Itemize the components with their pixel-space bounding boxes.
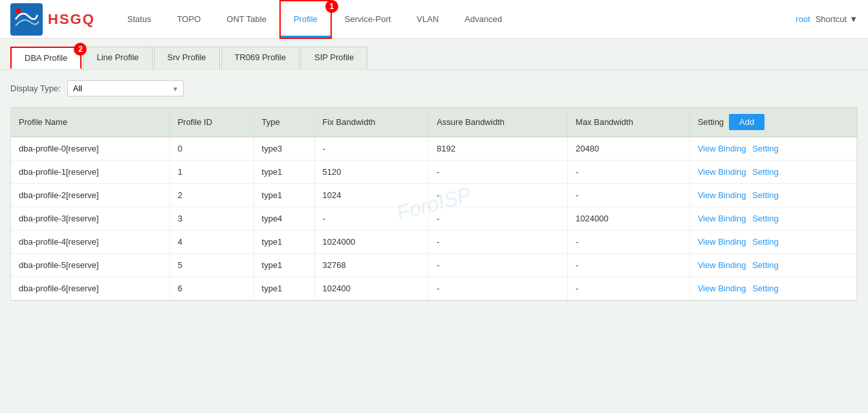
tabs-area: DBA Profile 2 Line Profile Srv Profile T… xyxy=(0,39,868,70)
col-assure-bandwidth: Assure Bandwidth xyxy=(429,107,568,137)
nav-advanced[interactable]: Advanced xyxy=(451,0,515,39)
svg-point-1 xyxy=(16,8,21,14)
cell-max-bandwidth: - xyxy=(568,161,690,184)
logo-text: HSGQ xyxy=(48,11,95,28)
add-button[interactable]: Add xyxy=(729,114,765,130)
cell-type: type1 xyxy=(254,254,314,277)
table-row: dba-profile-6[reserve] 6 type1 102400 - … xyxy=(11,277,857,300)
cell-actions: View Binding Setting xyxy=(689,230,856,254)
col-setting: Setting Add xyxy=(689,107,856,137)
cell-profile-id: 4 xyxy=(169,230,254,254)
svg-rect-0 xyxy=(10,3,43,36)
cell-max-bandwidth: - xyxy=(568,277,690,300)
main-nav: Status TOPO ONT Table Profile 1 Service-… xyxy=(114,0,796,39)
chevron-down-icon: ▼ xyxy=(849,14,858,24)
view-binding-link[interactable]: View Binding xyxy=(698,190,746,200)
cell-profile-name: dba-profile-0[reserve] xyxy=(11,137,169,161)
display-type-row: Display Type: All Type1 Type2 Type3 Type… xyxy=(10,80,858,96)
cell-fix-bandwidth: - xyxy=(314,137,429,161)
col-profile-id: Profile ID xyxy=(169,107,254,137)
view-binding-link[interactable]: View Binding xyxy=(698,214,746,223)
nav-topo[interactable]: TOPO xyxy=(164,0,214,39)
nav-ont-table[interactable]: ONT Table xyxy=(213,0,279,39)
cell-profile-name: dba-profile-3[reserve] xyxy=(11,207,169,230)
table-wrapper: Profile Name Profile ID Type Fix Bandwid… xyxy=(10,107,858,301)
cell-fix-bandwidth: 1024000 xyxy=(314,230,429,254)
cell-max-bandwidth: 1024000 xyxy=(568,207,690,230)
setting-link[interactable]: Setting xyxy=(752,167,778,177)
table-row: dba-profile-5[reserve] 5 type1 32768 - -… xyxy=(11,254,857,277)
view-binding-link[interactable]: View Binding xyxy=(698,284,746,293)
setting-link[interactable]: Setting xyxy=(752,237,778,247)
cell-profile-id: 0 xyxy=(169,137,254,161)
cell-profile-id: 1 xyxy=(169,161,254,184)
cell-assure-bandwidth: - xyxy=(429,230,568,254)
cell-fix-bandwidth: 32768 xyxy=(314,254,429,277)
table-row: dba-profile-0[reserve] 0 type3 - 8192 20… xyxy=(11,137,857,161)
cell-type: type1 xyxy=(254,184,314,207)
content-area: Display Type: All Type1 Type2 Type3 Type… xyxy=(0,70,868,311)
nav-profile[interactable]: Profile 1 xyxy=(279,0,332,39)
tab-dba-profile[interactable]: DBA Profile 2 xyxy=(10,47,81,69)
display-type-select-wrapper[interactable]: All Type1 Type2 Type3 Type4 xyxy=(67,80,184,96)
cell-profile-name: dba-profile-6[reserve] xyxy=(11,277,169,300)
cell-assure-bandwidth: - xyxy=(429,254,568,277)
cell-assure-bandwidth: - xyxy=(429,184,568,207)
nav-status[interactable]: Status xyxy=(114,0,164,39)
cell-max-bandwidth: - xyxy=(568,184,690,207)
cell-profile-name: dba-profile-5[reserve] xyxy=(11,254,169,277)
cell-max-bandwidth: - xyxy=(568,254,690,277)
table-body: dba-profile-0[reserve] 0 type3 - 8192 20… xyxy=(11,137,857,300)
setting-link[interactable]: Setting xyxy=(752,260,778,270)
table-header-row: Profile Name Profile ID Type Fix Bandwid… xyxy=(11,107,857,137)
nav-shortcut[interactable]: Shortcut ▼ xyxy=(816,14,858,24)
view-binding-link[interactable]: View Binding xyxy=(698,167,746,177)
cell-assure-bandwidth: 8192 xyxy=(429,137,568,161)
cell-type: type3 xyxy=(254,137,314,161)
view-binding-link[interactable]: View Binding xyxy=(698,260,746,270)
nav-vlan[interactable]: VLAN xyxy=(404,0,451,39)
cell-profile-name: dba-profile-1[reserve] xyxy=(11,161,169,184)
cell-type: type1 xyxy=(254,277,314,300)
table-row: dba-profile-4[reserve] 4 type1 1024000 -… xyxy=(11,230,857,254)
cell-assure-bandwidth: - xyxy=(429,277,568,300)
tab-line-profile[interactable]: Line Profile xyxy=(83,47,152,69)
cell-type: type1 xyxy=(254,161,314,184)
cell-assure-bandwidth: - xyxy=(429,207,568,230)
cell-assure-bandwidth: - xyxy=(429,161,568,184)
col-type: Type xyxy=(254,107,314,137)
cell-profile-id: 3 xyxy=(169,207,254,230)
setting-link[interactable]: Setting xyxy=(752,214,778,223)
cell-fix-bandwidth: - xyxy=(314,207,429,230)
cell-fix-bandwidth: 102400 xyxy=(314,277,429,300)
cell-actions: View Binding Setting xyxy=(689,161,856,184)
cell-profile-name: dba-profile-2[reserve] xyxy=(11,184,169,207)
cell-fix-bandwidth: 1024 xyxy=(314,184,429,207)
header: HSGQ Status TOPO ONT Table Profile 1 Ser… xyxy=(0,0,868,39)
display-type-select[interactable]: All Type1 Type2 Type3 Type4 xyxy=(67,80,184,96)
tab-srv-profile[interactable]: Srv Profile xyxy=(154,47,220,69)
setting-link[interactable]: Setting xyxy=(752,284,778,293)
cell-type: type1 xyxy=(254,230,314,254)
cell-profile-name: dba-profile-4[reserve] xyxy=(11,230,169,254)
nav-service-port[interactable]: Service-Port xyxy=(332,0,404,39)
cell-profile-id: 2 xyxy=(169,184,254,207)
cell-max-bandwidth: 20480 xyxy=(568,137,690,161)
table-row: dba-profile-3[reserve] 3 type4 - - 10240… xyxy=(11,207,857,230)
dba-profile-table: Profile Name Profile ID Type Fix Bandwid… xyxy=(11,107,857,300)
setting-add-group: Setting Add xyxy=(698,114,849,130)
cell-type: type4 xyxy=(254,207,314,230)
cell-profile-id: 5 xyxy=(169,254,254,277)
tab-tr069-profile[interactable]: TR069 Profile xyxy=(221,47,299,69)
col-fix-bandwidth: Fix Bandwidth xyxy=(314,107,429,137)
view-binding-link[interactable]: View Binding xyxy=(698,237,746,247)
cell-actions: View Binding Setting xyxy=(689,184,856,207)
logo-area: HSGQ xyxy=(10,3,95,36)
logo-icon xyxy=(10,3,43,36)
setting-link[interactable]: Setting xyxy=(752,190,778,200)
view-binding-link[interactable]: View Binding xyxy=(698,144,746,153)
setting-link[interactable]: Setting xyxy=(752,144,778,153)
col-max-bandwidth: Max Bandwidth xyxy=(568,107,690,137)
tab-sip-profile[interactable]: SIP Profile xyxy=(301,47,367,69)
nav-right: root Shortcut ▼ xyxy=(796,14,858,24)
